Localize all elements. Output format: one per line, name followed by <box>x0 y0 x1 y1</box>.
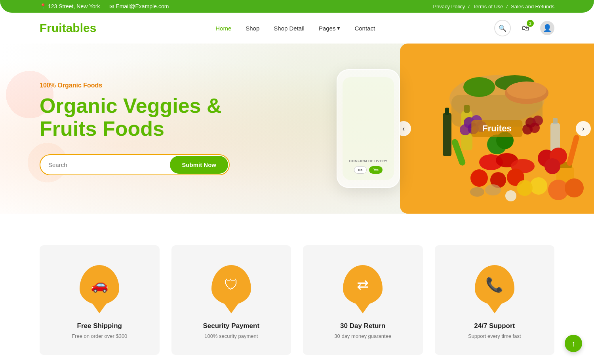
terms-link[interactable]: Terms of Use <box>473 4 503 9</box>
hero-content: 100% Organic Foods Organic Veggies & Fru… <box>0 58 269 199</box>
separator1: / <box>468 4 470 9</box>
hero-right: CONFIRM DELIVERY No Yes ‹ Fruites <box>297 44 594 214</box>
phone-yes-button[interactable]: Yes <box>369 166 383 174</box>
sales-refunds-link[interactable]: Sales and Refunds <box>511 4 554 9</box>
svg-point-30 <box>565 178 584 197</box>
search-input[interactable] <box>40 156 169 174</box>
nav-shop-detail[interactable]: Shop Detail <box>274 25 305 32</box>
scroll-top-button[interactable]: ↑ <box>565 335 582 352</box>
svg-point-35 <box>505 190 516 201</box>
phone-no-button[interactable]: No <box>354 166 367 174</box>
search-button[interactable]: 🔍 <box>494 20 511 36</box>
features-section: 🚗 Free Shipping Free on order over $300 … <box>0 222 594 364</box>
nav-home[interactable]: Home <box>215 25 231 32</box>
svg-rect-42 <box>566 135 580 167</box>
return-desc: 30 day money guarantee <box>334 333 391 339</box>
top-bar-left: 📍 123 Street, New York ✉ Email@Example.c… <box>40 3 169 9</box>
feature-support: 📞 24/7 Support Support every time fast <box>435 245 555 355</box>
top-bar-right: Privacy Policy / Terms of Use / Sales an… <box>433 4 554 9</box>
svg-point-40 <box>544 158 560 174</box>
search-bar: Submit Now <box>40 154 230 175</box>
fruit-card-nav-next[interactable]: › <box>576 121 591 136</box>
separator2: / <box>506 4 508 9</box>
feature-30-day-return: ⇄ 30 Day Return 30 day money guarantee <box>303 245 423 355</box>
security-payment-icon-wrap: 🛡 <box>209 265 253 313</box>
phone-confirm-text: CONFIRM DELIVERY <box>349 159 387 163</box>
free-shipping-pin: 🚗 <box>80 265 119 305</box>
support-desc: Support every time fast <box>468 333 521 339</box>
fruit-card: ‹ Fruites <box>400 44 594 214</box>
fruit-card-label: Fruites <box>471 120 522 137</box>
top-bar: 📍 123 Street, New York ✉ Email@Example.c… <box>0 0 594 13</box>
svg-point-34 <box>470 187 484 197</box>
svg-rect-7 <box>464 105 470 113</box>
return-pin: ⇄ <box>343 265 383 305</box>
security-payment-title: Security Payment <box>203 322 259 330</box>
main-nav: Home Shop Shop Detail Pages ▾ Contact <box>215 25 375 32</box>
phone-icon: 📞 <box>485 277 503 293</box>
svg-point-2 <box>463 77 495 97</box>
feature-free-shipping: 🚗 Free Shipping Free on order over $300 <box>40 245 160 355</box>
hero-tag: 100% Organic Foods <box>40 82 230 89</box>
svg-point-5 <box>507 82 546 99</box>
privacy-policy-link[interactable]: Privacy Policy <box>433 4 465 9</box>
return-title: 30 Day Return <box>340 322 385 330</box>
cart-button[interactable]: 🛍 3 <box>517 20 534 36</box>
hero-title: Organic Veggies & Fruits Foods <box>40 95 230 140</box>
svg-point-27 <box>530 177 547 195</box>
search-icon: 🔍 <box>499 25 506 32</box>
svg-rect-8 <box>443 113 451 156</box>
cart-badge: 3 <box>527 20 534 27</box>
nav-shop[interactable]: Shop <box>246 25 259 32</box>
svg-rect-9 <box>445 108 449 115</box>
support-title: 24/7 Support <box>474 322 515 330</box>
phone-screen: CONFIRM DELIVERY No Yes <box>343 77 394 180</box>
return-icon-wrap: ⇄ <box>341 265 385 313</box>
security-payment-desc: 100% security payment <box>204 333 258 339</box>
car-icon: 🚗 <box>91 277 109 293</box>
security-payment-pin: 🛡 <box>211 265 251 305</box>
support-pin: 📞 <box>475 265 514 305</box>
svg-point-20 <box>529 123 540 133</box>
user-button[interactable]: 👤 <box>540 21 554 35</box>
email: ✉ Email@Example.com <box>109 3 169 9</box>
free-shipping-desc: Free on order over $300 <box>72 333 127 339</box>
logo: Fruitables <box>40 21 96 35</box>
address: 📍 123 Street, New York <box>40 3 100 9</box>
nav-contact[interactable]: Contact <box>354 25 375 32</box>
svg-point-33 <box>485 184 501 195</box>
shield-icon: 🛡 <box>224 277 238 293</box>
svg-point-24 <box>470 169 488 187</box>
hero-section: 100% Organic Foods Organic Veggies & Fru… <box>0 44 594 214</box>
user-icon: 👤 <box>543 24 552 32</box>
svg-point-28 <box>517 180 533 196</box>
free-shipping-title: Free Shipping <box>77 322 122 330</box>
svg-rect-37 <box>553 118 558 124</box>
support-icon-wrap: 📞 <box>473 265 516 313</box>
header-icons: 🔍 🛍 3 👤 <box>494 20 554 36</box>
header: Fruitables Home Shop Shop Detail Pages ▾… <box>0 13 594 44</box>
return-icon: ⇄ <box>357 277 369 293</box>
nav-pages[interactable]: Pages ▾ <box>319 25 341 32</box>
phone-buttons: No Yes <box>354 166 383 174</box>
free-shipping-icon-wrap: 🚗 <box>78 265 121 313</box>
phone-mockup: CONFIRM DELIVERY No Yes <box>337 69 400 188</box>
search-submit-button[interactable]: Submit Now <box>170 156 228 174</box>
feature-security-payment: 🛡 Security Payment 100% security payment <box>171 245 291 355</box>
